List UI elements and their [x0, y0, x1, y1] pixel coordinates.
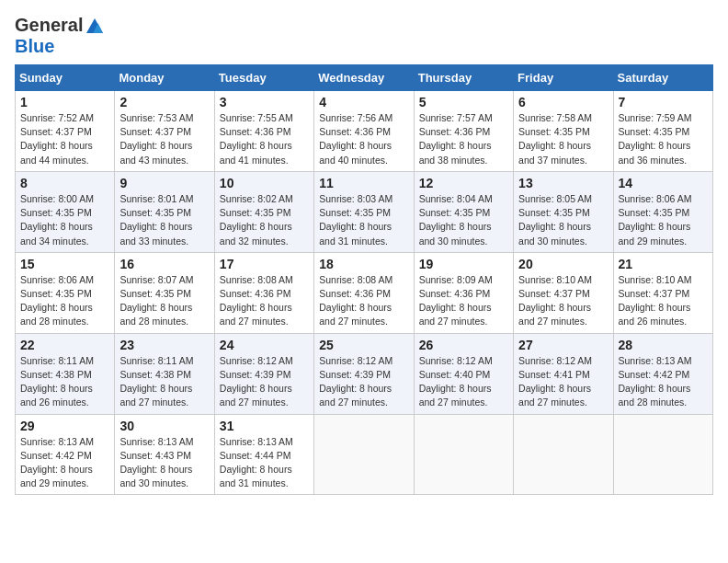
day-header-saturday: Saturday [613, 65, 712, 91]
day-number: 24 [220, 338, 309, 352]
day-number: 20 [518, 257, 608, 271]
calendar-cell [314, 414, 414, 495]
day-number: 27 [518, 338, 608, 352]
day-info: Sunrise: 8:10 AMSunset: 4:37 PMDaylight:… [518, 273, 608, 329]
calendar-cell: 15Sunrise: 8:06 AMSunset: 4:35 PMDayligh… [16, 252, 115, 333]
day-info: Sunrise: 8:09 AMSunset: 4:36 PMDaylight:… [419, 273, 508, 329]
calendar-week-row: 29Sunrise: 8:13 AMSunset: 4:42 PMDayligh… [16, 414, 713, 495]
calendar-cell: 10Sunrise: 8:02 AMSunset: 4:35 PMDayligh… [214, 171, 313, 252]
day-info: Sunrise: 8:11 AMSunset: 4:38 PMDaylight:… [20, 354, 109, 410]
day-number: 15 [20, 257, 109, 271]
day-info: Sunrise: 7:53 AMSunset: 4:37 PMDaylight:… [119, 111, 209, 167]
calendar-week-row: 22Sunrise: 8:11 AMSunset: 4:38 PMDayligh… [16, 333, 713, 414]
calendar-cell: 24Sunrise: 8:12 AMSunset: 4:39 PMDayligh… [214, 333, 313, 414]
day-info: Sunrise: 8:06 AMSunset: 4:35 PMDaylight:… [619, 192, 708, 248]
day-number: 22 [20, 338, 109, 352]
day-number: 21 [619, 257, 708, 271]
day-info: Sunrise: 8:13 AMSunset: 4:42 PMDaylight:… [619, 354, 708, 410]
calendar-cell: 2Sunrise: 7:53 AMSunset: 4:37 PMDaylight… [115, 91, 214, 172]
day-number: 3 [220, 95, 309, 109]
day-info: Sunrise: 8:03 AMSunset: 4:35 PMDaylight:… [319, 192, 408, 248]
calendar-cell: 22Sunrise: 8:11 AMSunset: 4:38 PMDayligh… [16, 333, 115, 414]
day-number: 7 [619, 95, 708, 109]
logo-icon [86, 17, 103, 34]
day-number: 31 [220, 419, 309, 433]
calendar-cell: 5Sunrise: 7:57 AMSunset: 4:36 PMDaylight… [414, 91, 513, 172]
logo-general-text: General [15, 15, 83, 36]
calendar-cell: 14Sunrise: 8:06 AMSunset: 4:35 PMDayligh… [613, 171, 712, 252]
day-number: 8 [20, 176, 109, 190]
calendar-cell: 6Sunrise: 7:58 AMSunset: 4:35 PMDaylight… [514, 91, 613, 172]
calendar-cell: 1Sunrise: 7:52 AMSunset: 4:37 PMDaylight… [16, 91, 115, 172]
day-info: Sunrise: 7:57 AMSunset: 4:36 PMDaylight:… [419, 111, 508, 167]
calendar-cell [414, 414, 513, 495]
calendar-header-row: SundayMondayTuesdayWednesdayThursdayFrid… [16, 65, 713, 91]
calendar-week-row: 8Sunrise: 8:00 AMSunset: 4:35 PMDaylight… [16, 171, 713, 252]
day-number: 4 [319, 95, 408, 109]
calendar-cell: 9Sunrise: 8:01 AMSunset: 4:35 PMDaylight… [115, 171, 214, 252]
calendar-cell: 8Sunrise: 8:00 AMSunset: 4:35 PMDaylight… [16, 171, 115, 252]
day-info: Sunrise: 7:56 AMSunset: 4:36 PMDaylight:… [319, 111, 408, 167]
day-info: Sunrise: 8:11 AMSunset: 4:38 PMDaylight:… [119, 354, 209, 410]
day-number: 2 [119, 95, 209, 109]
day-number: 16 [119, 257, 209, 271]
calendar-cell [613, 414, 712, 495]
day-info: Sunrise: 8:12 AMSunset: 4:39 PMDaylight:… [220, 354, 309, 410]
calendar-cell: 20Sunrise: 8:10 AMSunset: 4:37 PMDayligh… [514, 252, 613, 333]
calendar-cell: 7Sunrise: 7:59 AMSunset: 4:35 PMDaylight… [613, 91, 712, 172]
day-info: Sunrise: 8:13 AMSunset: 4:42 PMDaylight:… [20, 435, 109, 491]
calendar-cell: 26Sunrise: 8:12 AMSunset: 4:40 PMDayligh… [414, 333, 513, 414]
day-number: 12 [419, 176, 508, 190]
day-info: Sunrise: 8:02 AMSunset: 4:35 PMDaylight:… [220, 192, 309, 248]
day-number: 9 [119, 176, 209, 190]
calendar-cell [514, 414, 613, 495]
day-info: Sunrise: 7:52 AMSunset: 4:37 PMDaylight:… [20, 111, 109, 167]
calendar-cell: 30Sunrise: 8:13 AMSunset: 4:43 PMDayligh… [115, 414, 214, 495]
calendar-cell: 12Sunrise: 8:04 AMSunset: 4:35 PMDayligh… [414, 171, 513, 252]
day-header-thursday: Thursday [414, 65, 513, 91]
day-number: 14 [619, 176, 708, 190]
day-header-sunday: Sunday [16, 65, 115, 91]
day-number: 25 [319, 338, 408, 352]
day-number: 29 [20, 419, 109, 433]
day-number: 6 [518, 95, 608, 109]
calendar-cell: 19Sunrise: 8:09 AMSunset: 4:36 PMDayligh… [414, 252, 513, 333]
day-info: Sunrise: 8:12 AMSunset: 4:40 PMDaylight:… [419, 354, 508, 410]
calendar-cell: 25Sunrise: 8:12 AMSunset: 4:39 PMDayligh… [314, 333, 414, 414]
calendar-cell: 28Sunrise: 8:13 AMSunset: 4:42 PMDayligh… [613, 333, 712, 414]
day-info: Sunrise: 8:06 AMSunset: 4:35 PMDaylight:… [20, 273, 109, 329]
day-info: Sunrise: 8:05 AMSunset: 4:35 PMDaylight:… [518, 192, 608, 248]
day-header-monday: Monday [115, 65, 214, 91]
day-info: Sunrise: 8:13 AMSunset: 4:43 PMDaylight:… [119, 435, 209, 491]
day-number: 1 [20, 95, 109, 109]
day-info: Sunrise: 8:01 AMSunset: 4:35 PMDaylight:… [119, 192, 209, 248]
day-header-friday: Friday [514, 65, 613, 91]
calendar-cell: 27Sunrise: 8:12 AMSunset: 4:41 PMDayligh… [514, 333, 613, 414]
day-info: Sunrise: 8:08 AMSunset: 4:36 PMDaylight:… [319, 273, 408, 329]
day-info: Sunrise: 8:13 AMSunset: 4:44 PMDaylight:… [220, 435, 309, 491]
day-info: Sunrise: 7:59 AMSunset: 4:35 PMDaylight:… [619, 111, 708, 167]
day-info: Sunrise: 8:00 AMSunset: 4:35 PMDaylight:… [20, 192, 109, 248]
day-info: Sunrise: 8:12 AMSunset: 4:41 PMDaylight:… [518, 354, 608, 410]
day-info: Sunrise: 8:08 AMSunset: 4:36 PMDaylight:… [220, 273, 309, 329]
day-number: 26 [419, 338, 508, 352]
calendar-cell: 18Sunrise: 8:08 AMSunset: 4:36 PMDayligh… [314, 252, 414, 333]
calendar-cell: 23Sunrise: 8:11 AMSunset: 4:38 PMDayligh… [115, 333, 214, 414]
calendar-week-row: 1Sunrise: 7:52 AMSunset: 4:37 PMDaylight… [16, 91, 713, 172]
day-info: Sunrise: 8:10 AMSunset: 4:37 PMDaylight:… [619, 273, 708, 329]
day-number: 11 [319, 176, 408, 190]
day-number: 10 [220, 176, 309, 190]
day-number: 17 [220, 257, 309, 271]
day-info: Sunrise: 8:04 AMSunset: 4:35 PMDaylight:… [419, 192, 508, 248]
calendar-cell: 11Sunrise: 8:03 AMSunset: 4:35 PMDayligh… [314, 171, 414, 252]
day-number: 19 [419, 257, 508, 271]
calendar-cell: 17Sunrise: 8:08 AMSunset: 4:36 PMDayligh… [214, 252, 313, 333]
calendar-cell: 16Sunrise: 8:07 AMSunset: 4:35 PMDayligh… [115, 252, 214, 333]
day-number: 13 [518, 176, 608, 190]
day-info: Sunrise: 7:58 AMSunset: 4:35 PMDaylight:… [518, 111, 608, 167]
day-header-tuesday: Tuesday [214, 65, 313, 91]
day-info: Sunrise: 8:07 AMSunset: 4:35 PMDaylight:… [119, 273, 209, 329]
day-number: 5 [419, 95, 508, 109]
calendar-week-row: 15Sunrise: 8:06 AMSunset: 4:35 PMDayligh… [16, 252, 713, 333]
logo-blue-text: Blue [15, 36, 54, 57]
